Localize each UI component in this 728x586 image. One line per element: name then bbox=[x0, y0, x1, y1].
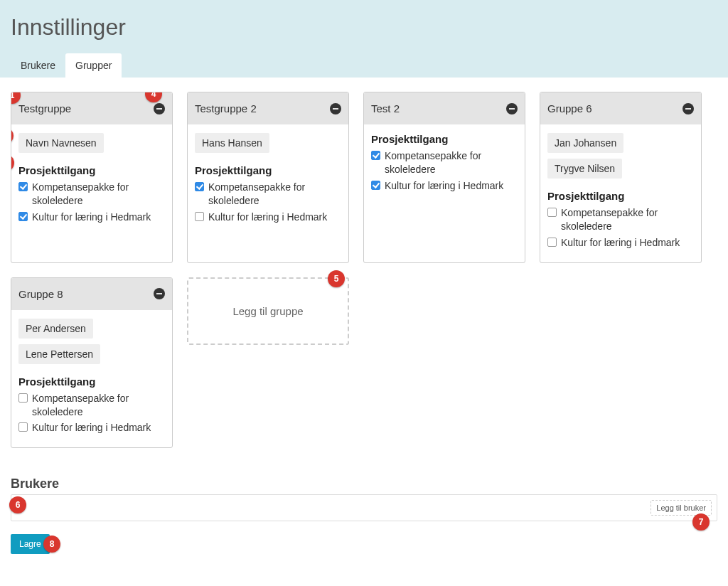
project-checkbox-row: Kultur for læring i Hedmark bbox=[195, 211, 341, 224]
group-name: Test 2 bbox=[371, 102, 400, 114]
checkbox-p2[interactable] bbox=[195, 212, 204, 221]
group-name: Testgruppe 2 bbox=[195, 102, 257, 114]
project-checkbox-row: Kompetansepakke for skoleledere bbox=[18, 392, 165, 419]
group-body: Per Andersen Lene Pettersen Prosjekttilg… bbox=[11, 310, 172, 448]
checkbox-p2[interactable] bbox=[371, 181, 380, 190]
group-name: Testgruppe bbox=[18, 102, 71, 114]
group-card-gruppe-6: Gruppe 6 Jan Johansen Trygve Nilsen Pros… bbox=[540, 92, 702, 263]
project-checkbox-row: Kompetansepakke for skoleledere bbox=[547, 206, 694, 233]
group-header: Test 2 bbox=[364, 92, 525, 124]
group-body: Jan Johansen Trygve Nilsen Prosjekttilga… bbox=[540, 124, 701, 262]
tabs: Brukere Grupper bbox=[11, 53, 717, 78]
group-body: Hans Hansen Prosjekttilgang Kompetansepa… bbox=[188, 124, 348, 237]
checkbox-p2[interactable] bbox=[18, 212, 28, 221]
project-checkbox-row: Kompetansepakke for skoleledere bbox=[18, 181, 165, 208]
users-section-heading: Brukere bbox=[11, 476, 717, 491]
group-card-testgruppe-2: Testgruppe 2 Hans Hansen Prosjekttilgang… bbox=[187, 92, 349, 263]
group-header: Gruppe 6 bbox=[540, 92, 701, 124]
group-card-testgruppe: 1 4 Testgruppe 2 Navn Navnesen 3 Prosjek… bbox=[11, 92, 173, 263]
member-chip[interactable]: Hans Hansen bbox=[195, 133, 269, 153]
group-name: Gruppe 6 bbox=[547, 102, 592, 114]
group-card-test-2: Test 2 Prosjekttilgang Kompetansepakke f… bbox=[363, 92, 525, 263]
remove-group-icon[interactable] bbox=[330, 103, 341, 114]
member-chip[interactable]: Per Andersen bbox=[18, 319, 93, 339]
member-chip[interactable]: Navn Navnesen bbox=[18, 133, 104, 153]
checkbox-p1[interactable] bbox=[195, 182, 204, 191]
project-access-label: Prosjekttilgang bbox=[195, 164, 341, 176]
project-label: Kompetansepakke for skoleledere bbox=[385, 149, 518, 176]
member-chip[interactable]: Lene Pettersen bbox=[18, 344, 100, 364]
project-access-label: Prosjekttilgang bbox=[18, 375, 165, 388]
header-region: Innstillinger Brukere Grupper bbox=[0, 0, 728, 78]
project-checkbox-row: Kultur for læring i Hedmark bbox=[18, 211, 165, 224]
project-access-label: Prosjekttilgang bbox=[18, 164, 165, 176]
tab-groups[interactable]: Grupper bbox=[65, 53, 122, 78]
checkbox-p1[interactable] bbox=[18, 182, 28, 191]
content-region: 1 4 Testgruppe 2 Navn Navnesen 3 Prosjek… bbox=[0, 78, 728, 565]
project-label: Kompetansepakke for skoleledere bbox=[32, 392, 165, 419]
project-checkbox-row: Kompetansepakke for skoleledere bbox=[371, 149, 518, 176]
group-body: Prosjekttilgang Kompetansepakke for skol… bbox=[364, 124, 525, 206]
checkbox-p1[interactable] bbox=[371, 151, 380, 160]
add-group-label: Legg til gruppe bbox=[232, 305, 303, 317]
groups-row-1: 1 4 Testgruppe 2 Navn Navnesen 3 Prosjek… bbox=[11, 92, 717, 263]
group-card-gruppe-8: Gruppe 8 Per Andersen Lene Pettersen Pro… bbox=[11, 277, 173, 449]
group-body: 2 Navn Navnesen 3 Prosjekttilgang Kompet… bbox=[11, 124, 172, 237]
checkbox-p2[interactable] bbox=[547, 238, 557, 247]
checkbox-p2[interactable] bbox=[18, 422, 28, 432]
project-checkbox-row: Kompetansepakke for skoleledere bbox=[195, 181, 341, 208]
project-checkbox-row: Kultur for læring i Hedmark bbox=[18, 421, 165, 435]
project-label: Kultur for læring i Hedmark bbox=[32, 211, 151, 224]
project-label: Kompetansepakke for skoleledere bbox=[208, 181, 341, 208]
remove-group-icon[interactable] bbox=[682, 103, 694, 114]
checkbox-p1[interactable] bbox=[18, 393, 28, 403]
group-name: Gruppe 8 bbox=[18, 288, 63, 300]
group-header: Testgruppe 2 bbox=[188, 92, 348, 124]
project-checkbox-row: Kultur for læring i Hedmark bbox=[371, 179, 518, 193]
member-chip[interactable]: Jan Johansen bbox=[547, 133, 623, 153]
project-checkbox-row: Kultur for læring i Hedmark bbox=[547, 236, 694, 250]
groups-row-2: Gruppe 8 Per Andersen Lene Pettersen Pro… bbox=[11, 277, 717, 449]
remove-group-icon[interactable] bbox=[506, 103, 518, 114]
project-label: Kultur for læring i Hedmark bbox=[561, 236, 680, 250]
member-chip[interactable]: Trygve Nilsen bbox=[547, 159, 622, 179]
annotation-badge-2: 2 bbox=[11, 127, 14, 144]
tab-users[interactable]: Brukere bbox=[11, 53, 65, 78]
annotation-badge-6: 6 bbox=[9, 496, 26, 513]
project-access-label: Prosjekttilgang bbox=[371, 133, 518, 145]
group-header: Gruppe 8 bbox=[11, 278, 172, 310]
save-button-wrap: Lagre 8 bbox=[11, 534, 50, 554]
project-access-label: Prosjekttilgang bbox=[547, 190, 694, 202]
project-label: Kultur for læring i Hedmark bbox=[208, 211, 327, 224]
annotation-badge-8: 8 bbox=[43, 536, 60, 553]
remove-group-icon[interactable] bbox=[154, 288, 165, 299]
remove-group-icon[interactable] bbox=[154, 103, 165, 114]
annotation-badge-3: 3 bbox=[11, 154, 14, 171]
project-label: Kompetansepakke for skoleledere bbox=[561, 206, 694, 233]
project-label: Kompetansepakke for skoleledere bbox=[32, 181, 165, 208]
checkbox-p1[interactable] bbox=[547, 208, 557, 217]
annotation-badge-5: 5 bbox=[328, 270, 345, 287]
annotation-badge-7: 7 bbox=[692, 513, 710, 531]
users-bar: 6 Legg til bruker 7 bbox=[11, 494, 717, 521]
add-group-card[interactable]: 5 Legg til gruppe bbox=[187, 277, 349, 345]
project-label: Kultur for læring i Hedmark bbox=[32, 421, 151, 435]
project-label: Kultur for læring i Hedmark bbox=[385, 179, 503, 193]
page-title: Innstillinger bbox=[11, 14, 717, 41]
